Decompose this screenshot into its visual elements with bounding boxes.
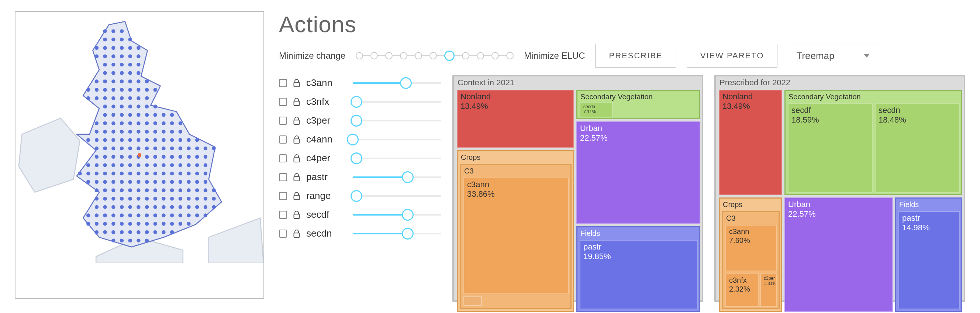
svg-point-122 — [111, 155, 115, 158]
slider-c4ann[interactable] — [353, 134, 441, 145]
svg-point-142 — [153, 163, 157, 167]
tradeoff-step[interactable] — [356, 52, 363, 59]
slider-checkbox[interactable] — [279, 211, 287, 219]
tradeoff-step[interactable] — [385, 52, 393, 59]
svg-point-15 — [111, 54, 115, 58]
slider-checkbox[interactable] — [279, 192, 287, 200]
slider-c3ann[interactable] — [353, 78, 441, 88]
svg-point-123 — [120, 155, 124, 158]
svg-point-35 — [145, 79, 149, 83]
slider-pastr[interactable] — [353, 172, 441, 182]
svg-rect-273 — [294, 158, 300, 162]
svg-point-240 — [86, 222, 90, 225]
slider-checkbox[interactable] — [279, 154, 287, 163]
lock-icon[interactable] — [293, 154, 300, 163]
svg-point-188 — [162, 188, 165, 192]
slider-range[interactable] — [353, 191, 441, 201]
lock-icon[interactable] — [293, 211, 300, 219]
tradeoff-step[interactable] — [371, 52, 378, 59]
cell2-c3ann[interactable]: c3ann7.60% — [725, 225, 777, 271]
cell2-secdn[interactable]: secdn18.48% — [875, 103, 960, 193]
svg-point-75 — [145, 121, 149, 125]
treemap-prescribed[interactable]: Prescribed for 2022 Nonland13.49% Second… — [714, 75, 965, 302]
cell2-nonland[interactable]: Nonland13.49% — [719, 90, 782, 195]
cell2-secdf[interactable]: secdf18.59% — [788, 103, 873, 193]
cell-c3ann[interactable]: c3ann33.86% — [463, 177, 569, 294]
tradeoff-step[interactable] — [430, 52, 437, 59]
svg-point-20 — [111, 63, 115, 66]
svg-point-152 — [103, 172, 107, 175]
view-pareto-button[interactable]: VIEW PARETO — [687, 44, 778, 67]
svg-point-36 — [86, 88, 90, 91]
view-mode-select[interactable]: Treemap — [788, 45, 878, 67]
tradeoff-step[interactable] — [506, 52, 514, 59]
cell-urban[interactable]: Urban22.57% — [576, 121, 700, 224]
svg-point-138 — [120, 163, 124, 167]
tradeoff-step[interactable] — [400, 52, 407, 59]
tradeoff-step[interactable] — [462, 52, 469, 59]
lock-icon[interactable] — [293, 173, 300, 182]
lock-icon[interactable] — [293, 116, 300, 125]
cell2-urban[interactable]: Urban22.57% — [784, 198, 893, 312]
slider-checkbox[interactable] — [279, 79, 287, 87]
slider-secdn[interactable] — [353, 228, 441, 239]
tradeoff-slider[interactable] — [356, 51, 514, 61]
svg-point-13 — [95, 54, 99, 58]
svg-point-96 — [128, 138, 132, 142]
slider-checkbox[interactable] — [279, 173, 287, 181]
lock-icon[interactable] — [293, 229, 300, 238]
svg-point-160 — [170, 172, 174, 175]
lock-icon[interactable] — [293, 135, 300, 144]
svg-point-238 — [195, 213, 199, 217]
cell-crops-group: Crops C3 c3ann33.86% — [457, 150, 574, 312]
slider-checkbox[interactable] — [279, 117, 287, 125]
svg-point-44 — [153, 88, 157, 91]
cell2-c3nfx[interactable]: c3nfx2.32% — [725, 273, 759, 307]
svg-point-212 — [111, 205, 115, 209]
tradeoff-step[interactable] — [444, 51, 455, 61]
cell2-c3per[interactable]: c3per1.31% — [760, 273, 777, 307]
slider-label: secdn — [306, 228, 347, 239]
lock-icon[interactable] — [293, 78, 300, 88]
svg-point-241 — [95, 222, 99, 225]
tradeoff-step[interactable] — [492, 52, 499, 59]
treemap-context[interactable]: Context in 2021 Nonland13.49% Secondary … — [452, 75, 703, 302]
svg-point-221 — [187, 205, 190, 209]
svg-point-156 — [137, 172, 140, 175]
slider-checkbox[interactable] — [279, 136, 287, 144]
svg-point-24 — [103, 71, 107, 75]
slider-c3nfx[interactable] — [353, 97, 441, 107]
slider-label: pastr — [306, 171, 347, 183]
slider-c4per[interactable] — [353, 153, 441, 163]
lock-icon[interactable] — [293, 192, 300, 200]
slider-checkbox[interactable] — [279, 98, 287, 106]
slider-label: c3ann — [306, 77, 347, 89]
map-panel[interactable] — [15, 11, 264, 299]
prescribe-button[interactable]: PRESCRIBE — [595, 44, 676, 67]
svg-point-237 — [187, 213, 190, 217]
svg-point-228 — [111, 213, 115, 217]
svg-point-179 — [204, 180, 207, 184]
svg-point-230 — [128, 213, 132, 217]
cell-secdn[interactable]: secdn7.11% — [580, 102, 613, 117]
svg-point-46 — [95, 96, 99, 100]
svg-point-53 — [103, 104, 107, 108]
svg-point-33 — [128, 79, 132, 83]
svg-point-234 — [162, 213, 165, 217]
svg-point-200 — [137, 197, 140, 200]
slider-checkbox[interactable] — [279, 230, 287, 238]
svg-point-32 — [120, 79, 124, 83]
lock-icon[interactable] — [293, 97, 300, 106]
svg-rect-274 — [294, 176, 300, 181]
cell-nonland[interactable]: Nonland13.49% — [457, 90, 574, 148]
svg-point-64 — [137, 113, 140, 117]
cell2-pastr[interactable]: pastr14.98% — [899, 211, 960, 309]
tradeoff-step[interactable] — [477, 52, 484, 59]
slider-c3per[interactable] — [353, 115, 441, 126]
svg-point-148 — [204, 163, 207, 167]
slider-secdf[interactable] — [353, 210, 441, 220]
cell-pastr[interactable]: pastr19.85% — [580, 240, 698, 309]
svg-point-219 — [170, 205, 174, 209]
svg-point-172 — [145, 180, 149, 184]
tradeoff-step[interactable] — [415, 52, 422, 59]
